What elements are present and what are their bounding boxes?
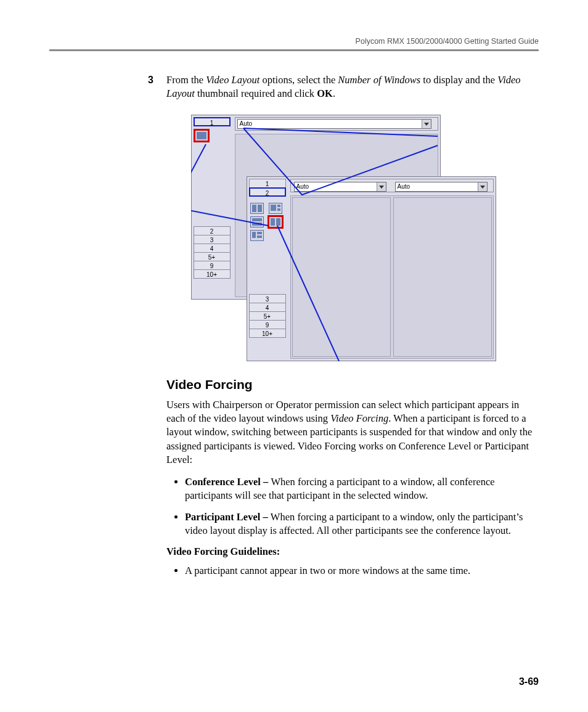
preview-pane-right: Auto [393, 197, 492, 357]
list-item: Participant Level – When forcing a parti… [185, 510, 536, 538]
layout-thumb-single[interactable] [195, 130, 208, 141]
window-count-item[interactable]: 4 [194, 243, 231, 253]
layout-preview: Auto Auto [290, 195, 494, 359]
section-intro: Users with Chairperson or Operator permi… [166, 398, 536, 467]
window-count-2[interactable]: 2 [249, 187, 286, 197]
layout-thumb-mix[interactable] [250, 230, 264, 241]
section-heading: Video Forcing [166, 376, 536, 393]
guidelines-list: A participant cannot appear in two or mo… [166, 564, 536, 578]
window-count-list: 1 [194, 117, 231, 126]
page-header: Polycom RMX 1500/2000/4000 Getting Start… [49, 37, 539, 46]
window-count-1[interactable]: 1 [194, 117, 231, 126]
window-count-list: 1 2 [249, 179, 286, 196]
step-number: 3 [148, 73, 153, 87]
window-count-item[interactable]: 5+ [249, 311, 286, 321]
chevron-down-icon [377, 182, 386, 191]
layout-dropdown[interactable]: Auto [294, 182, 386, 192]
preview-toolbar: Auto [235, 117, 438, 131]
step-text: From the Video Layout options, select th… [166, 74, 521, 99]
layout-thumb-2h[interactable] [250, 203, 264, 214]
level-list: Conference Level – When forcing a partic… [166, 475, 536, 538]
window-count-item[interactable]: 3 [249, 294, 286, 303]
header-rule [49, 49, 539, 51]
guidelines-heading: Video Forcing Guidelines: [166, 545, 536, 559]
window-count-item[interactable]: 1 [249, 179, 286, 188]
layout-dropdown[interactable]: Auto [395, 182, 488, 192]
page-number: 3-69 [519, 676, 539, 687]
layout-dropdown[interactable]: Auto [237, 119, 431, 129]
layout-thumb-2v[interactable] [250, 216, 264, 227]
layout-thumb-1plus1[interactable] [269, 203, 282, 214]
window-count-item[interactable]: 9 [194, 261, 231, 270]
window-count-item[interactable]: 5+ [194, 252, 231, 261]
chevron-down-icon [478, 182, 487, 191]
window-count-list-rest: 3 4 5+ 9 10+ [249, 294, 286, 337]
layout-thumbnails [194, 129, 231, 142]
window-count-item[interactable]: 3 [194, 235, 231, 244]
list-item: Conference Level – When forcing a partic… [185, 475, 536, 503]
step-3: 3 From the Video Layout options, select … [166, 73, 536, 101]
window-count-item[interactable]: 10+ [249, 329, 286, 338]
layout-thumbnails [249, 202, 286, 243]
window-count-item[interactable]: 10+ [194, 269, 231, 279]
preview-pane-left: Auto [292, 197, 391, 357]
window-count-list-rest: 2 3 4 5+ 9 10+ [194, 226, 231, 278]
layout-thumb-2h-selected[interactable] [269, 216, 282, 227]
list-item: A participant cannot appear in two or mo… [185, 564, 536, 578]
window-count-item[interactable]: 4 [249, 303, 286, 312]
video-layout-figure: 1 2 3 4 5+ 9 10+ Auto [191, 115, 512, 361]
window-count-item[interactable]: 2 [194, 226, 231, 235]
layout-panel-double: 1 2 3 4 5+ 9 10+ [247, 176, 496, 361]
window-count-item[interactable]: 9 [249, 320, 286, 329]
chevron-down-icon [422, 120, 431, 128]
